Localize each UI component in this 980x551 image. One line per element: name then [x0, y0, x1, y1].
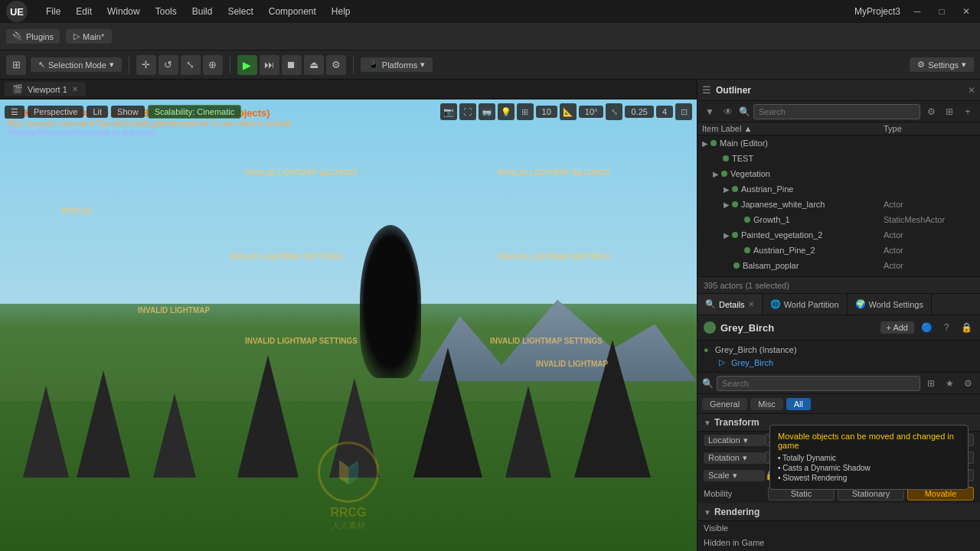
details-tab-close[interactable]: ✕ — [748, 300, 754, 308]
menu-component[interactable]: Component — [263, 5, 322, 18]
main-button[interactable]: ▷ Main* — [66, 29, 112, 44]
filter-general[interactable]: General — [702, 398, 747, 410]
menu-edit[interactable]: Edit — [70, 5, 98, 18]
vr-btn[interactable]: 🥽 — [479, 103, 495, 120]
hier-component[interactable]: ▷ Grey_Birch — [704, 356, 974, 369]
world-settings-tab[interactable]: 🌍 World Settings — [848, 294, 932, 315]
hamburger-btn[interactable]: ☰ — [5, 106, 24, 119]
details-blueprint-btn[interactable]: 🔵 — [919, 320, 934, 335]
tree-item-label: Main (Editor) — [720, 139, 884, 148]
app-logo[interactable]: UE — [6, 1, 28, 22]
play-button[interactable]: ▶ — [237, 55, 257, 75]
tree-item[interactable]: ▶Main (Editor) — [697, 135, 980, 151]
hier-instance[interactable]: ● Grey_Birch (Instance) — [704, 344, 974, 356]
scalability-btn[interactable]: Scalability: Cinematic — [148, 105, 242, 119]
viewport-tab-label: Viewport 1 — [28, 85, 67, 94]
world-partition-tab[interactable]: 🌐 World Partition — [763, 294, 848, 315]
maximize-vp-btn[interactable]: ⛶ — [459, 103, 476, 120]
outliner-eye-btn[interactable]: 👁 — [720, 104, 736, 119]
settings2-btn[interactable]: ⚙ — [326, 55, 346, 75]
grid-icon-btn[interactable]: ⊞ — [6, 55, 26, 75]
viewport[interactable]: INVALID LIGHTMAP SETTINGS INVALID LIGHTM… — [0, 99, 697, 551]
details-lock-btn[interactable]: 🔒 — [959, 320, 974, 335]
eject-button[interactable]: ⏏ — [304, 55, 324, 75]
outliner-grid-btn[interactable]: ⊞ — [942, 104, 957, 119]
outliner-add-btn[interactable]: + — [960, 104, 975, 119]
outliner-search-icon: 🔍 — [739, 106, 750, 117]
rendering-section-header[interactable]: ▼ Rendering — [697, 504, 980, 521]
menu-select[interactable]: Select — [221, 5, 259, 18]
menu-tools[interactable]: Tools — [149, 5, 183, 18]
tree-expand-arrow[interactable]: ▶ — [724, 185, 730, 194]
scale-dropdown[interactable]: Scale▾ — [704, 470, 765, 481]
add-component-btn[interactable]: + Add — [880, 321, 914, 334]
perspective-btn[interactable]: Perspective — [28, 106, 83, 118]
outliner-settings-btn[interactable]: ⚙ — [923, 104, 939, 119]
lighting-btn[interactable]: 💡 — [498, 103, 514, 120]
outliner-close[interactable]: ✕ — [968, 85, 975, 96]
rotation-dropdown[interactable]: Rotation▾ — [704, 452, 765, 464]
tree-expand-arrow[interactable]: ▶ — [702, 139, 708, 148]
angle-value-btn[interactable]: 10° — [579, 106, 604, 118]
settings-button[interactable]: ⚙ Settings ▾ — [910, 57, 974, 72]
scale-value-btn[interactable]: 0.25 — [625, 106, 653, 118]
tree-item[interactable]: ▶Vegetation — [697, 166, 980, 181]
maximize-button[interactable]: □ — [934, 4, 949, 19]
outliner-search[interactable] — [753, 104, 920, 119]
menu-help[interactable]: Help — [325, 5, 357, 18]
universal-tool-btn[interactable]: ⊕ — [203, 55, 223, 75]
scale-tool-btn[interactable]: ⤡ — [181, 55, 201, 75]
scale-icon-btn[interactable]: ⤡ — [606, 103, 622, 120]
show-label: Show — [117, 107, 139, 116]
tree-expand-arrow[interactable]: ▶ — [724, 201, 730, 209]
restore-btn[interactable]: ⊡ — [675, 103, 692, 120]
scene-background: INVALID LIGHTMAP SETTINGS INVALID LIGHTM… — [0, 99, 697, 551]
camera-speed-btn[interactable]: 4 — [656, 106, 673, 118]
location-dropdown[interactable]: Location▾ — [704, 435, 765, 446]
details-view-btn[interactable]: ⊞ — [923, 376, 939, 391]
grid-toggle-btn[interactable]: ⊞ — [517, 103, 534, 120]
filter-misc[interactable]: Misc — [750, 398, 783, 410]
details-help-btn[interactable]: ? — [939, 320, 954, 335]
viewport-tab[interactable]: 🎬 Viewport 1 ✕ — [5, 82, 86, 96]
selection-mode-chevron: ▾ — [109, 60, 114, 70]
cone-8 — [574, 340, 651, 478]
angle-icon-btn[interactable]: 📐 — [560, 103, 577, 120]
minimize-button[interactable]: ─ — [910, 4, 925, 19]
details-star-btn[interactable]: ★ — [942, 376, 957, 391]
tree-dot-icon — [710, 140, 717, 146]
menu-file[interactable]: File — [40, 5, 67, 18]
skip-button[interactable]: ⏭ — [260, 55, 279, 75]
close-button[interactable]: ✕ — [959, 4, 974, 19]
platforms-button[interactable]: 📱 Platforms ▾ — [361, 57, 433, 72]
plugins-button[interactable]: 🔌 Plugins — [6, 29, 60, 44]
details-settings-btn[interactable]: ⚙ — [960, 376, 975, 391]
filter-all[interactable]: All — [786, 398, 811, 410]
move-tool-btn[interactable]: ✛ — [136, 55, 156, 75]
tree-item[interactable]: Austrian_Pine_2Actor — [697, 243, 980, 258]
tree-item[interactable]: ▶Japanese_white_larchActor — [697, 197, 980, 212]
tree-item[interactable]: Balsam_poplarActor — [697, 258, 980, 273]
menu-window[interactable]: Window — [101, 5, 146, 18]
tooltip-item-3: • Slowest Rendering — [778, 473, 960, 483]
details-tab[interactable]: 🔍 Details ✕ — [697, 294, 763, 315]
rotate-tool-btn[interactable]: ↺ — [158, 55, 178, 75]
tree-item[interactable]: Growth_1StaticMeshActor — [697, 212, 980, 227]
selection-mode-button[interactable]: ↖ Selection Mode ▾ — [31, 57, 122, 72]
viewport-tab-close[interactable]: ✕ — [72, 85, 78, 93]
details-search-input[interactable] — [717, 376, 920, 391]
camera-icon-btn[interactable]: 📷 — [440, 103, 457, 120]
outliner-filter-btn[interactable]: ▼ — [702, 104, 717, 119]
tree-item[interactable]: ▶Austrian_Pine — [697, 181, 980, 197]
show-btn[interactable]: Show — [111, 106, 145, 118]
menu-build[interactable]: Build — [186, 5, 219, 18]
stop-button[interactable]: ⏹ — [282, 55, 302, 75]
tree-item[interactable]: ▶Painted_vegetation_2Actor — [697, 227, 980, 243]
tree-expand-arrow[interactable]: ▶ — [724, 231, 730, 240]
world-settings-icon: 🌍 — [855, 299, 866, 309]
grid-value-btn[interactable]: 10 — [536, 106, 557, 118]
lit-btn[interactable]: Lit — [87, 106, 108, 118]
tree-item[interactable]: TEST — [697, 151, 980, 166]
tree-expand-arrow[interactable]: ▶ — [713, 170, 719, 178]
settings-label: Settings — [928, 60, 959, 70]
